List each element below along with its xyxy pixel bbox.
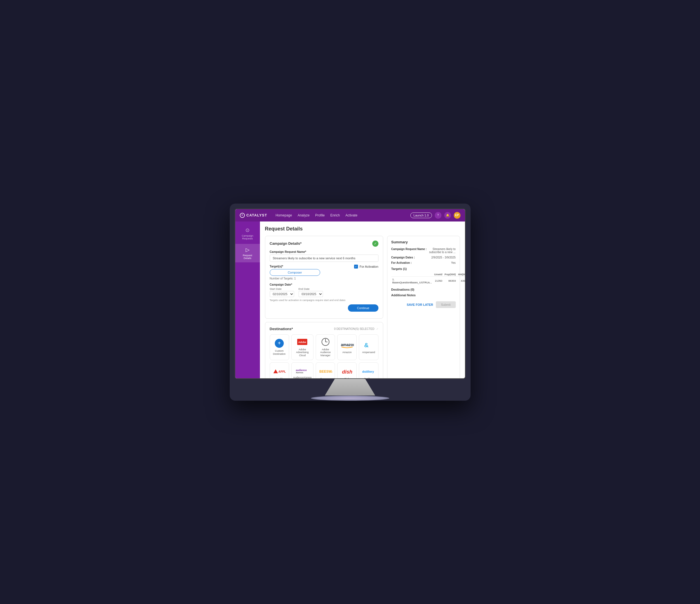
svg-text:amazon: amazon: [341, 343, 354, 347]
dest-dstillery[interactable]: dstillery Dstillery: [359, 362, 378, 378]
completed-check-icon: ✓: [372, 241, 378, 247]
end-date-select[interactable]: 03/10/2025: [299, 291, 323, 297]
svg-text:BEESWAX: BEESWAX: [319, 370, 332, 374]
nav-activate[interactable]: Activate: [345, 212, 357, 219]
summary-panel: Summary Campaign Request Name : Streamer…: [387, 236, 460, 378]
targets-left: Target(s)* Composer Number of Targets: 1: [270, 265, 354, 280]
custom-destination-label: Custom Destination: [272, 350, 287, 356]
row-pop: 88359: [444, 276, 457, 285]
campaign-continue-button[interactable]: Continue: [348, 304, 378, 312]
nav-analyze[interactable]: Analyze: [298, 212, 309, 219]
svg-marker-7: [273, 369, 278, 373]
dest-adobe-advertising[interactable]: Adobe Adobe Advertising Cloud: [291, 334, 314, 360]
amazon-label: Amazon: [342, 351, 352, 354]
notification-icon[interactable]: 🔔: [444, 212, 451, 219]
launch-button[interactable]: Launch 1.0: [410, 212, 432, 218]
adobe-audience-icon: [319, 337, 332, 346]
composer-button[interactable]: Composer: [270, 269, 320, 276]
dest-amazon[interactable]: amazon Amazon: [337, 334, 356, 360]
dates-note: Targets used for activation in campaigns…: [270, 299, 378, 302]
monitor-stand: [325, 379, 375, 396]
save-later-button[interactable]: SAVE FOR LATER: [407, 303, 433, 306]
svg-text:dstillery: dstillery: [362, 370, 374, 373]
dest-dish[interactable]: dish Dish: [337, 362, 356, 378]
col-unwtd: Unwtd: [433, 272, 444, 277]
dstillery-icon: dstillery: [362, 367, 375, 376]
nav-links: Homepage Analyze Profile Enrich Activate: [276, 212, 405, 219]
end-date-label: End Date: [299, 287, 323, 291]
custom-destination-icon: +: [273, 339, 286, 348]
campaign-date-section: Campaign Date* Start Date 02/10/2025: [270, 283, 378, 302]
help-icon[interactable]: ?: [435, 212, 442, 219]
summary-targets-title: Targets (1): [391, 267, 456, 271]
sidebar-item-campaign-requests[interactable]: ⊙ Campaign Requests: [235, 224, 260, 243]
request-details-icon: ▷: [246, 247, 250, 253]
beeswax-label: Beeswax: [320, 377, 330, 378]
dest-adobe-audience[interactable]: Adobe Audience Manager: [316, 334, 335, 360]
dish-label: Dish: [345, 377, 350, 378]
col-hh: HH(000): [457, 272, 465, 277]
dest-ampersand[interactable]: & Ampersand: [359, 334, 378, 360]
row-unwtd: 21350: [433, 276, 444, 285]
main-left: Campaign Details* ✓ Campaign Request Nam…: [265, 236, 383, 378]
summary-title: Summary: [391, 240, 456, 244]
start-date-select[interactable]: 02/10/2025: [270, 291, 294, 297]
campaign-requests-icon: ⊙: [245, 227, 250, 233]
submit-button: Submit: [436, 301, 455, 308]
summary-destinations-title: Destinations (0): [391, 288, 456, 291]
dates-row: Start Date 02/10/2025 End Date 03/1: [270, 287, 378, 297]
dest-custom-destination[interactable]: + Custom Destination: [270, 334, 289, 360]
beeswax-icon: BEESWAX: [319, 367, 332, 376]
destinations-card: Destinations* 0 DESTINATION(S) SELECTED …: [265, 322, 383, 378]
applift-icon: APPLIFT: [273, 367, 286, 376]
destinations-grid: + Custom Destination Adobe: [270, 334, 378, 378]
adobe-advertising-icon: Adobe: [296, 337, 309, 346]
nav-homepage[interactable]: Homepage: [276, 212, 292, 219]
continue-row: Continue: [270, 304, 378, 314]
avatar[interactable]: EP: [454, 212, 460, 219]
summary-activation-row: For Activation : Yes: [391, 261, 456, 265]
num-targets: Number of Targets: 1: [270, 277, 354, 280]
ampersand-icon: &: [362, 340, 375, 349]
destinations-check: ✓: [376, 327, 378, 330]
summary-activation-label: For Activation :: [391, 261, 412, 265]
start-date-field: Start Date 02/10/2025: [270, 287, 294, 297]
sidebar: ⊙ Campaign Requests ▷ Request Details: [235, 222, 260, 378]
nav-profile[interactable]: Profile: [315, 212, 325, 219]
plus-icon: +: [275, 339, 284, 348]
audiencexpress-icon: audience Xpress: [296, 366, 309, 374]
sidebar-item-label: Campaign Requests: [242, 234, 253, 240]
destinations-header: Destinations* 0 DESTINATION(S) SELECTED …: [270, 327, 378, 331]
destinations-title: Destinations*: [270, 327, 293, 331]
for-activation-checkbox[interactable]: ✓: [354, 265, 358, 269]
sidebar-item-request-details[interactable]: ▷ Request Details: [235, 244, 260, 262]
dish-icon: dish: [340, 367, 354, 376]
start-date-label: Start Date: [270, 287, 294, 291]
app-name: CATALYST: [247, 213, 267, 217]
svg-text:Adobe: Adobe: [298, 341, 306, 344]
monitor-base: [311, 396, 389, 401]
dest-audiencexpress[interactable]: audience Xpress AudienceXpress (fka Free…: [291, 362, 314, 378]
summary-dates-label: Campaign Dates :: [391, 256, 415, 259]
adobe-audience-label: Adobe Audience Manager: [318, 348, 333, 357]
top-navigation: CATALYST Homepage Analyze Profile Enrich…: [235, 209, 465, 222]
summary-notes-title: Additional Notes: [391, 294, 456, 297]
summary-actions: SAVE FOR LATER Submit: [391, 301, 456, 308]
for-activation-label: For Activation: [360, 265, 378, 268]
summary-activation-value: Yes: [451, 261, 455, 265]
targets-label: Target(s)*: [270, 265, 354, 268]
dest-applift[interactable]: APPLIFT Applift: [270, 362, 289, 378]
nav-right: Launch 1.0 ? 🔔 EP: [410, 212, 460, 219]
summary-campaign-name-row: Campaign Request Name : Streamers likely…: [391, 248, 456, 254]
ampersand-label: Ampersand: [362, 351, 375, 354]
applift-label: Applift: [276, 377, 283, 378]
nav-enrich[interactable]: Enrich: [330, 212, 340, 219]
page-title: Request Details: [265, 226, 460, 232]
summary-targets-table: Unwtd Pop(000) HH(000) 1. BasesQuestionB…: [391, 272, 465, 285]
campaign-details-card: Campaign Details* ✓ Campaign Request Nam…: [265, 236, 383, 319]
dest-beeswax[interactable]: BEESWAX Beeswax: [316, 362, 335, 378]
summary-dates-value: 2/9/2025 - 3/9/2025: [431, 256, 456, 259]
sidebar-item-label: Request Details: [243, 254, 252, 259]
campaign-name-input[interactable]: [270, 254, 378, 262]
dstillery-label: Dstillery: [364, 377, 373, 378]
